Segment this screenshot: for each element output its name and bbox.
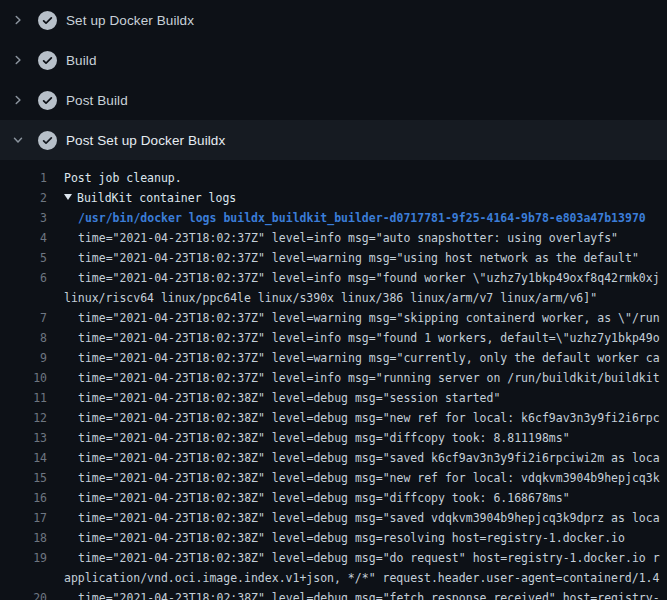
log-line: application/vnd.oci.image.index.v1+json,… (0, 568, 667, 588)
log-line: 10 time="2021-04-23T18:02:37Z" level=inf… (0, 368, 667, 388)
log-line: 7 time="2021-04-23T18:02:37Z" level=warn… (0, 308, 667, 328)
log-line-number[interactable]: 14 (0, 448, 47, 468)
log-line-text: time="2021-04-23T18:02:38Z" level=debug … (78, 491, 570, 505)
steps-list: Set up Docker Buildx Build (0, 0, 667, 160)
log-line: 1 Post job cleanup. (0, 168, 667, 188)
log-command-text: /usr/bin/docker logs buildx_buildkit_bui… (78, 211, 646, 225)
log-line: 13 time="2021-04-23T18:02:38Z" level=deb… (0, 428, 667, 448)
log-group-toggle[interactable]: BuildKit container logs (64, 188, 236, 208)
log-line-number[interactable]: 18 (0, 528, 47, 548)
log-line-text: application/vnd.oci.image.index.v1+json,… (64, 571, 659, 585)
check-circle-icon (38, 131, 57, 150)
log-line-number[interactable]: 16 (0, 488, 47, 508)
step-title: Set up Docker Buildx (66, 13, 194, 28)
log-line-text: time="2021-04-23T18:02:38Z" level=debug … (78, 411, 660, 425)
log-line: 14 time="2021-04-23T18:02:38Z" level=deb… (0, 448, 667, 468)
log-line-number[interactable]: 6 (0, 268, 47, 288)
log-line: linux/riscv64 linux/ppc64le linux/s390x … (0, 288, 667, 308)
step-header-post-set-up-docker-buildx[interactable]: Post Set up Docker Buildx (0, 120, 667, 160)
log-line-text: time="2021-04-23T18:02:37Z" level=warnin… (78, 251, 639, 265)
step-header-build[interactable]: Build (0, 40, 667, 80)
log-line: 3 /usr/bin/docker logs buildx_buildkit_b… (0, 208, 667, 228)
log-line-text: time="2021-04-23T18:02:38Z" level=debug … (78, 471, 660, 485)
log-line-number[interactable]: 10 (0, 368, 47, 388)
log-line-text: time="2021-04-23T18:02:38Z" level=debug … (78, 511, 660, 525)
log-line: 4 time="2021-04-23T18:02:37Z" level=info… (0, 228, 667, 248)
log-line: 12 time="2021-04-23T18:02:38Z" level=deb… (0, 408, 667, 428)
chevron-right-icon (11, 53, 25, 67)
step-header-post-build[interactable]: Post Build (0, 80, 667, 120)
log-line-number[interactable]: 5 (0, 248, 47, 268)
step-title: Post Set up Docker Buildx (66, 133, 225, 148)
check-circle-icon (38, 51, 57, 70)
log-line-number[interactable]: 7 (0, 308, 47, 328)
log-line-number[interactable]: 3 (0, 208, 47, 228)
log-line: 5 time="2021-04-23T18:02:37Z" level=warn… (0, 248, 667, 268)
log-line: 20 time="2021-04-23T18:02:38Z" level=deb… (0, 588, 667, 600)
log-line: 17 time="2021-04-23T18:02:38Z" level=deb… (0, 508, 667, 528)
log-line: 8 time="2021-04-23T18:02:37Z" level=info… (0, 328, 667, 348)
log-line-number[interactable]: 2 (0, 188, 47, 208)
log-line: 9 time="2021-04-23T18:02:37Z" level=warn… (0, 348, 667, 368)
log-line-text: linux/riscv64 linux/ppc64le linux/s390x … (64, 291, 597, 305)
log-line-text: time="2021-04-23T18:02:37Z" level=info m… (78, 331, 660, 345)
log-line-number[interactable]: 13 (0, 428, 47, 448)
log-line-number[interactable]: 17 (0, 508, 47, 528)
step-title: Post Build (66, 93, 128, 108)
log-line-number[interactable]: 12 (0, 408, 47, 428)
actions-log-panel: Set up Docker Buildx Build (0, 0, 667, 600)
check-circle-icon (38, 91, 57, 110)
log-line-text: time="2021-04-23T18:02:37Z" level=info m… (78, 371, 660, 385)
step-header-set-up-docker-buildx[interactable]: Set up Docker Buildx (0, 0, 667, 40)
log-line-text: time="2021-04-23T18:02:38Z" level=debug … (78, 451, 660, 465)
log-line-number[interactable]: 9 (0, 348, 47, 368)
log-line: 16 time="2021-04-23T18:02:38Z" level=deb… (0, 488, 667, 508)
log-line-number[interactable]: 19 (0, 548, 47, 568)
log-line-number[interactable]: 20 (0, 588, 47, 600)
log-line-text: time="2021-04-23T18:02:37Z" level=warnin… (78, 311, 660, 325)
log-line-text: time="2021-04-23T18:02:37Z" level=info m… (78, 231, 618, 245)
log-line-text: time="2021-04-23T18:02:38Z" level=debug … (78, 551, 660, 565)
log-line: 6 time="2021-04-23T18:02:37Z" level=info… (0, 268, 667, 288)
check-circle-icon (38, 11, 57, 30)
log-line-text: time="2021-04-23T18:02:38Z" level=debug … (78, 431, 570, 445)
log-line: 18 time="2021-04-23T18:02:38Z" level=deb… (0, 528, 667, 548)
chevron-right-icon (11, 93, 25, 107)
log-line-number[interactable]: 1 (0, 168, 47, 188)
log-line-text: time="2021-04-23T18:02:38Z" level=debug … (78, 531, 625, 545)
log-line-text: time="2021-04-23T18:02:38Z" level=debug … (78, 391, 500, 405)
log-line-text: Post job cleanup. (64, 171, 182, 185)
log-line: 11 time="2021-04-23T18:02:38Z" level=deb… (0, 388, 667, 408)
log-line-text: time="2021-04-23T18:02:37Z" level=info m… (78, 271, 660, 285)
chevron-down-icon (11, 133, 25, 147)
log-line: 15 time="2021-04-23T18:02:38Z" level=deb… (0, 468, 667, 488)
log-line-number[interactable]: 11 (0, 388, 47, 408)
log-line-number[interactable] (0, 568, 47, 588)
log-area: 1 Post job cleanup. 2 BuildKit container… (0, 160, 667, 600)
triangle-down-icon (64, 194, 72, 200)
log-line-number[interactable]: 4 (0, 228, 47, 248)
log-line: 2 BuildKit container logs (0, 188, 667, 208)
log-line-text: time="2021-04-23T18:02:38Z" level=debug … (78, 591, 660, 600)
log-line-number[interactable]: 15 (0, 468, 47, 488)
log-line: 19 time="2021-04-23T18:02:38Z" level=deb… (0, 548, 667, 568)
chevron-right-icon (11, 13, 25, 27)
log-line-number[interactable]: 8 (0, 328, 47, 348)
log-line-text: time="2021-04-23T18:02:37Z" level=warnin… (78, 351, 660, 365)
log-line-number[interactable] (0, 288, 47, 308)
log-line-text: BuildKit container logs (77, 191, 236, 205)
step-title: Build (66, 53, 97, 68)
